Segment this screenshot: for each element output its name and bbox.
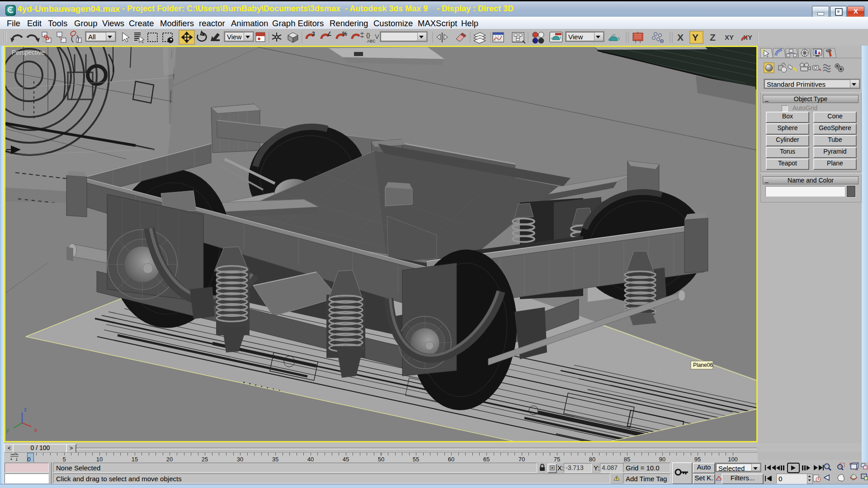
- svg-text:z: z: [24, 406, 27, 413]
- svg-text:y: y: [6, 427, 9, 433]
- svg-text:∠: ∠: [327, 31, 332, 37]
- svg-text:x: x: [34, 427, 37, 433]
- svg-text:XY: XY: [725, 33, 734, 41]
- svg-text:Perspective: Perspective: [12, 49, 45, 56]
- svg-text:X: X: [677, 32, 684, 42]
- svg-text:Y: Y: [692, 32, 698, 42]
- svg-text:%: %: [342, 31, 347, 37]
- svg-text:Z: Z: [710, 32, 716, 42]
- svg-text:{}: {}: [366, 32, 370, 38]
- svg-text:Plane06: Plane06: [693, 362, 713, 368]
- svg-text:ABC: ABC: [367, 39, 376, 43]
- svg-text:3: 3: [312, 31, 315, 37]
